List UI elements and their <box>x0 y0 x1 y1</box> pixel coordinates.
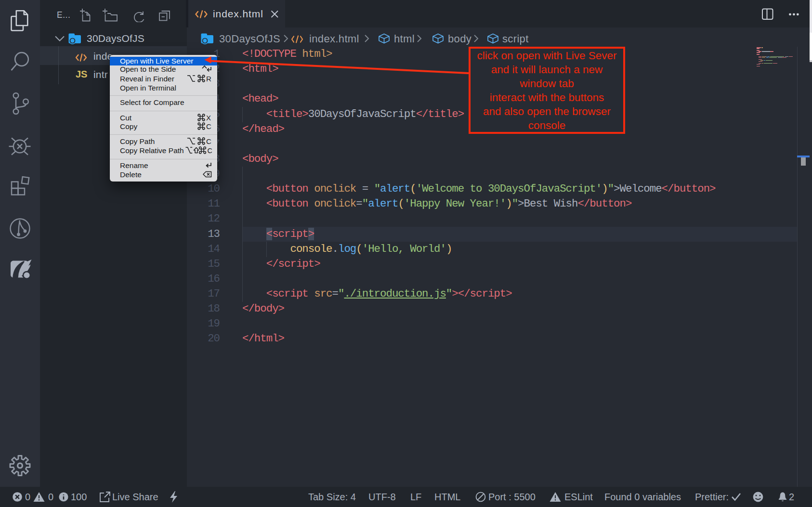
svg-text:C: C <box>206 122 211 130</box>
svg-text:Live Share: Live Share <box>112 492 158 502</box>
svg-text:ESLint: ESLint <box>564 492 593 502</box>
svg-text:2: 2 <box>789 492 794 502</box>
svg-text:0: 0 <box>25 492 30 502</box>
svg-text:Found 0 variables: Found 0 variables <box>604 492 681 502</box>
svg-text:Tab Size: 4: Tab Size: 4 <box>308 492 356 502</box>
svg-text:C: C <box>206 137 211 145</box>
svg-text:Port : 5500: Port : 5500 <box>488 492 536 502</box>
svg-text:C: C <box>208 147 212 155</box>
svg-text:X: X <box>206 114 211 121</box>
svg-text:HTML: HTML <box>434 492 460 502</box>
svg-text:UTF-8: UTF-8 <box>368 492 396 502</box>
svg-text:0: 0 <box>48 492 53 502</box>
svg-text:Prettier:: Prettier: <box>695 492 729 502</box>
svg-text:LF: LF <box>410 492 421 502</box>
svg-text:R: R <box>206 75 211 82</box>
svg-text:100: 100 <box>71 492 87 502</box>
